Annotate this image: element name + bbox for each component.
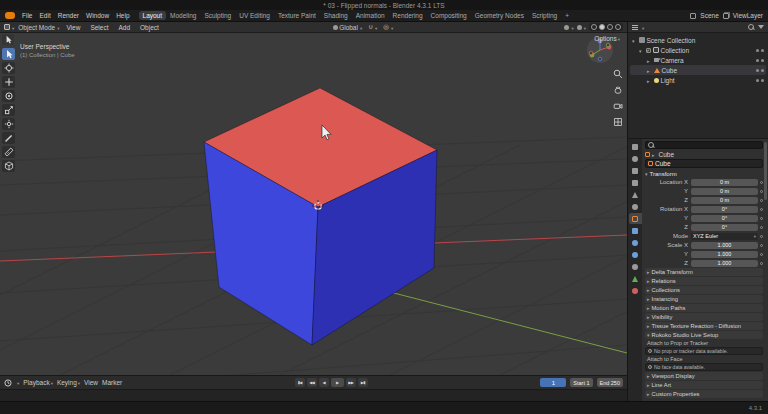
section-tissue[interactable]: Tissue Texture Reaction - Diffusion (645, 322, 763, 330)
add-cube-tool[interactable] (2, 160, 15, 172)
eye-icon[interactable] (756, 69, 759, 72)
editor-type-button[interactable] (4, 24, 14, 31)
transform-tool[interactable] (2, 118, 15, 130)
outliner-row-scene-collection[interactable]: Scene Collection (630, 35, 766, 45)
clock-icon[interactable] (4, 379, 12, 387)
next-keyframe-button[interactable]: ▶▶ (346, 378, 356, 387)
section-delta-transform[interactable]: Delta Transform (645, 268, 763, 276)
animate-dot-icon[interactable] (760, 208, 763, 211)
menu-window[interactable]: Window (83, 11, 112, 20)
previous-keyframe-button[interactable]: ◀◀ (307, 378, 317, 387)
menu-view[interactable]: View (63, 23, 83, 32)
workspace-tab-rendering[interactable]: Rendering (389, 11, 427, 20)
eye-icon[interactable] (756, 59, 759, 62)
menu-timeline-view[interactable]: View (84, 379, 98, 386)
section-custom-properties[interactable]: Custom Properties (645, 390, 763, 398)
outliner-editor-icon[interactable] (632, 25, 638, 30)
scale-z-field[interactable]: 1.000 (691, 260, 758, 267)
rotate-tool[interactable] (2, 90, 15, 102)
animate-dot-icon[interactable] (760, 217, 763, 220)
rotation-x-field[interactable]: 0° (691, 206, 758, 213)
mode-dropdown[interactable]: Object Mode (18, 24, 59, 31)
animate-dot-icon[interactable] (760, 199, 763, 202)
material-properties-tab[interactable] (629, 285, 642, 296)
section-viewport-display[interactable]: Viewport Display (645, 372, 763, 380)
camera-render-icon[interactable] (761, 59, 764, 62)
section-motion-paths[interactable]: Motion Paths (645, 304, 763, 312)
scale-x-field[interactable]: 1.000 (691, 242, 758, 249)
transform-panel-header[interactable]: Transform (645, 169, 763, 178)
measure-tool[interactable] (2, 146, 15, 158)
camera-view-icon[interactable] (613, 101, 623, 111)
zoom-icon[interactable] (613, 69, 623, 79)
workspace-tab-uv-editing[interactable]: UV Editing (235, 11, 274, 20)
viewport-canvas[interactable]: User Perspective (1) Collection | Cube O… (0, 33, 627, 375)
section-relations[interactable]: Relations (645, 277, 763, 285)
search-icon[interactable] (748, 24, 755, 31)
modifier-properties-tab[interactable] (629, 225, 642, 236)
menu-file[interactable]: File (19, 11, 35, 20)
shading-rendered-button[interactable] (615, 24, 621, 30)
rotation-z-field[interactable]: 0° (691, 224, 758, 231)
frame-end-field[interactable]: End 250 (597, 378, 624, 387)
scale-tool[interactable] (2, 104, 15, 116)
ortho-grid-icon[interactable] (613, 117, 623, 127)
particles-properties-tab[interactable] (629, 237, 642, 248)
eye-icon[interactable] (756, 79, 759, 82)
properties-search-input[interactable] (645, 141, 763, 149)
constraints-properties-tab[interactable] (629, 261, 642, 272)
menu-marker[interactable]: Marker (102, 379, 122, 386)
play-button[interactable]: ▶ (331, 378, 344, 387)
camera-render-icon[interactable] (761, 79, 764, 82)
scale-y-field[interactable]: 1.000 (691, 251, 758, 258)
animate-dot-icon[interactable] (760, 253, 763, 256)
animate-dot-icon[interactable] (760, 190, 763, 193)
options-dropdown[interactable]: Options (594, 35, 620, 42)
breadcrumb-object[interactable]: Cube (659, 151, 675, 158)
blender-logo-icon[interactable] (5, 12, 15, 19)
workspace-tab-sculpting[interactable]: Sculpting (200, 11, 235, 20)
frame-start-field[interactable]: Start 1 (570, 378, 592, 387)
menu-playback[interactable]: Playback (23, 379, 53, 386)
current-frame-field[interactable]: 1 (540, 378, 566, 387)
world-properties-tab[interactable] (629, 201, 642, 212)
menu-object[interactable]: Object (137, 23, 162, 32)
workspace-tab-modeling[interactable]: Modeling (166, 11, 200, 20)
rotation-mode-dropdown[interactable]: XYZ Euler (691, 233, 758, 240)
move-tool[interactable] (2, 76, 15, 88)
menu-help[interactable]: Help (113, 11, 132, 20)
workspace-tab-animation[interactable]: Animation (352, 11, 389, 20)
animate-dot-icon[interactable] (760, 235, 763, 238)
play-reverse-button[interactable]: ◀ (319, 378, 329, 387)
menu-select[interactable]: Select (87, 23, 111, 32)
viewlayer-selector[interactable]: ViewLayer (733, 12, 763, 19)
jump-to-end-button[interactable]: ▶▮ (358, 378, 368, 387)
rotation-y-field[interactable]: 0° (691, 215, 758, 222)
workspace-tab-texture-paint[interactable]: Texture Paint (274, 11, 320, 20)
viewport-3d-scene[interactable] (0, 33, 627, 375)
render-properties-tab[interactable] (629, 153, 642, 164)
pan-hand-icon[interactable] (613, 85, 623, 95)
location-z-field[interactable]: 0 m (691, 197, 758, 204)
workspace-tab-geometry-nodes[interactable]: Geometry Nodes (471, 11, 528, 20)
output-properties-tab[interactable] (629, 165, 642, 176)
add-workspace-button[interactable]: + (561, 11, 573, 20)
workspace-tab-compositing[interactable]: Compositing (427, 11, 471, 20)
animate-dot-icon[interactable] (760, 226, 763, 229)
object-name-field[interactable]: Cube (645, 159, 763, 168)
object-data-properties-tab[interactable] (629, 273, 642, 284)
workspace-tab-scripting[interactable]: Scripting (528, 11, 561, 20)
collection-checkbox[interactable] (646, 48, 651, 53)
location-y-field[interactable]: 0 m (691, 188, 758, 195)
timeline-ruler[interactable] (0, 389, 627, 401)
menu-add[interactable]: Add (115, 23, 133, 32)
cube-object[interactable] (204, 88, 437, 345)
outliner-row-light[interactable]: Light (630, 75, 766, 85)
object-properties-tab[interactable] (629, 213, 642, 224)
shading-solid-button[interactable] (599, 24, 605, 30)
animate-dot-icon[interactable] (760, 262, 763, 265)
camera-render-icon[interactable] (761, 49, 764, 52)
section-visibility[interactable]: Visibility (645, 313, 763, 321)
eye-icon[interactable] (756, 49, 759, 52)
section-instancing[interactable]: Instancing (645, 295, 763, 303)
